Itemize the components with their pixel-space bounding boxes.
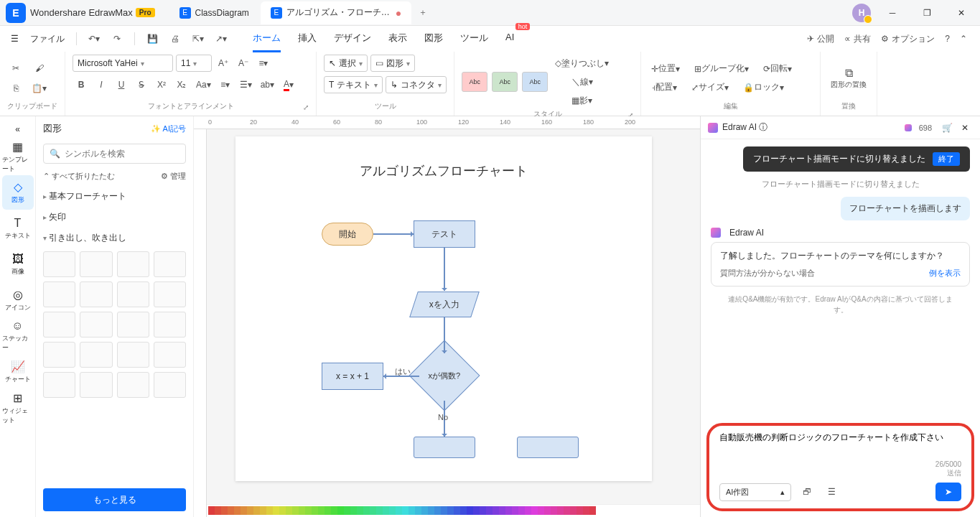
align-button[interactable]: ≡▾ [255,55,272,72]
manage-button[interactable]: ⚙ 管理 [161,171,186,182]
case-button[interactable]: Aa▾ [193,76,214,93]
options-button[interactable]: ⚙ オプション [881,33,935,45]
shape-thumbnail[interactable] [80,251,112,277]
connector[interactable] [444,248,445,291]
flowchart-process[interactable] [414,437,475,458]
paste-button[interactable]: 📋▾ [29,80,50,97]
shape-search-input[interactable]: 🔍 [43,144,186,164]
font-color-button[interactable]: A▾ [280,76,297,93]
bullets-button[interactable]: ☰▾ [237,76,255,93]
hamburger-icon[interactable]: ☰ [6,30,23,47]
bold-button[interactable]: B [73,76,90,93]
line-spacing-button[interactable]: ≡▾ [217,76,234,93]
shape-thumbnail[interactable] [154,372,186,398]
maximize-button[interactable]: ❐ [914,1,940,24]
menu-tab-design[interactable]: デザイン [334,26,371,52]
rail-shape[interactable]: ◇図形 [2,175,34,210]
ai-example-link[interactable]: 例を表示 [929,268,961,279]
shape-thumbnail[interactable] [80,372,112,398]
color-palette[interactable] [194,504,700,517]
group-button[interactable]: ⊞ グループ化▾ [691,60,752,78]
menu-tab-view[interactable]: 表示 [388,26,407,52]
user-avatar[interactable]: H [852,4,871,22]
superscript-button[interactable]: X² [153,76,170,93]
undo-button[interactable]: ↶▾ [84,30,104,47]
connector-label[interactable]: No [438,413,448,421]
help-button[interactable]: ? [945,34,950,44]
connector-tool[interactable]: ↳ コネクタ▾ [386,76,447,93]
publish-button[interactable]: ✈ 公開 [807,33,834,45]
shape-thumbnail[interactable] [117,312,149,337]
shape-thumbnail[interactable] [154,251,186,277]
replace-shape-button[interactable]: ⧉ 図形の置換 [828,60,869,97]
save-button[interactable]: 💾 [142,30,162,47]
shape-thumbnail[interactable] [43,372,75,398]
line-button[interactable]: ＼ 線 ▾ [552,73,612,90]
shape-category[interactable]: 矢印 [43,207,186,228]
rail-chart[interactable]: 📈チャート [2,355,34,389]
cut-button[interactable]: ✂ [7,60,24,77]
shape-category[interactable]: 基本フローチャート [43,186,186,207]
file-menu[interactable]: ファイル [30,33,65,45]
ai-credits[interactable]: 698 [905,124,932,132]
shape-thumbnail[interactable] [117,281,149,307]
font-size-select[interactable]: 11▾ [176,55,212,72]
shape-thumbnail[interactable] [154,312,186,337]
flowchart-process[interactable] [517,437,579,458]
close-ai-panel-button[interactable]: ✕ [957,123,973,133]
flowchart-input[interactable]: xを入力 [409,292,480,317]
style-preset[interactable]: Abc [492,72,518,92]
lock-button[interactable]: 🔒 ロック▾ [740,79,787,96]
ai-symbol-link[interactable]: ✨AI記号 [151,124,186,134]
ai-toast-close-button[interactable]: 終了 [933,152,960,166]
document-tab[interactable]: E ClassDiagram [169,1,259,24]
shape-thumbnail[interactable] [117,251,149,277]
ai-mode-select[interactable]: AI作図▴ [719,483,791,501]
rail-text[interactable]: Tテキスト [2,211,34,246]
canvas[interactable]: 020406080100120140160180200 アルゴリズムフローチャー… [194,116,700,517]
shape-tool[interactable]: ▭ 図形▾ [370,55,415,72]
rail-icon[interactable]: ◎アイコン [2,283,34,317]
shadow-button[interactable]: ▦ 影 ▾ [552,92,612,109]
increase-font-button[interactable]: A⁺ [215,55,232,72]
text-tool[interactable]: T テキスト▾ [324,76,383,93]
flowchart-start[interactable]: 開始 [322,223,373,246]
size-button[interactable]: ⤢ サイズ▾ [689,79,732,96]
style-preset[interactable]: Abc [462,72,487,92]
italic-button[interactable]: I [93,76,110,93]
rotate-button[interactable]: ⟳ 回転▾ [760,60,795,78]
add-tab-button[interactable]: ＋ [413,3,433,23]
fill-button[interactable]: ◇ 塗りつぶし ▾ [552,55,612,72]
shape-thumbnail[interactable] [80,312,112,337]
format-painter-button[interactable]: 🖌 [29,60,50,77]
shape-thumbnail[interactable] [117,372,149,398]
select-tool[interactable]: ↖ 選択▾ [324,55,368,72]
menu-tab-shape[interactable]: 図形 [424,26,443,52]
close-button[interactable]: ✕ [948,1,974,24]
highlight-button[interactable]: ab▾ [258,76,277,93]
share-button[interactable]: ↗▾ [211,30,231,47]
shape-thumbnail[interactable] [117,342,149,368]
shape-category[interactable]: 引き出し、吹き出し [43,228,186,248]
connector[interactable] [444,317,445,353]
flowchart-process[interactable]: x = x + 1 [322,363,383,390]
ai-attach-icon[interactable]: 🗗 [798,483,816,500]
menu-tab-ai[interactable]: AI hot [505,26,514,52]
strike-button[interactable]: S̶ [133,76,150,93]
minimize-button[interactable]: ─ [879,1,905,24]
rail-widget[interactable]: ⊞ウィジェット [2,391,34,425]
style-preset[interactable]: Abc [522,72,548,92]
collapse-panel-button[interactable]: « [2,121,34,138]
position-button[interactable]: ✛ 位置▾ [648,60,683,78]
flowchart-title[interactable]: アルゴリズムフローチャート [235,162,652,180]
cart-icon[interactable]: 🛒 [938,123,957,133]
shape-thumbnail[interactable] [43,312,75,337]
more-shapes-button[interactable]: もっと見る [43,488,186,511]
subscript-button[interactable]: X₂ [173,76,190,93]
collapse-ribbon-button[interactable]: ⌃ [960,34,967,44]
ai-send-button[interactable]: ➤ [935,483,961,501]
share-button[interactable]: ∝ 共有 [844,33,871,45]
document-tab[interactable]: E アルゴリズム・フローチ… ● [261,1,411,24]
underline-button[interactable]: U [113,76,130,93]
menu-tab-insert[interactable]: 挿入 [298,26,317,52]
